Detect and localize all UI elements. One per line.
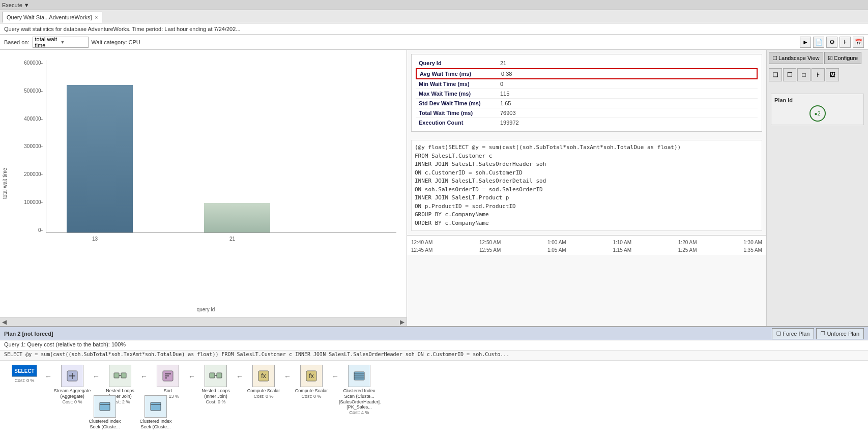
y-tick-5: 500000- [24, 88, 43, 94]
query-line-4: ON c.CustomerID = soh.CustomerID [415, 169, 759, 178]
stream-aggregate-cost: Cost: 0 % [62, 399, 82, 404]
query-sql-bar: SELECT @y = sum(cast((soh.SubTotal*soh.T… [0, 351, 868, 361]
left-panel: total wait time 600000- 500000- 400000- … [0, 50, 407, 326]
query-cost-bar: Query 1: Query cost (relative to the bat… [0, 340, 868, 351]
plan-bar-label: Plan 2 [not forced] [4, 331, 53, 337]
clustered-index-scan-box[interactable] [348, 365, 370, 387]
query-line-7: INNER JOIN SalesLT.Product p [415, 194, 759, 202]
svg-rect-23 [151, 402, 161, 411]
configure-icon: ☑ [828, 55, 833, 62]
chart-inner: 600000- 500000- 400000- 300000- 200000- … [15, 60, 396, 291]
svg-text:fx: fx [261, 372, 266, 379]
clustered-seek-2-box[interactable] [144, 395, 167, 418]
nested-loops-1-box[interactable] [109, 365, 131, 387]
tooltip-avg-wait-row: Avg Wait Time (ms) 0.38 [416, 68, 758, 79]
plan-node-compute-scalar-2[interactable]: fx Compute Scalar Cost: 0 % [291, 365, 332, 399]
settings-icon[interactable]: ⚙ [826, 37, 837, 48]
sort-label: Sort [164, 388, 172, 394]
plan-id-label: Plan Id [774, 97, 860, 103]
nested-loops-2-box[interactable] [205, 365, 227, 387]
calendar-icon[interactable]: 📅 [853, 37, 864, 48]
clustered-seek-1-box[interactable] [94, 395, 116, 418]
tooltip-std-dev-row: Std Dev Wait Time (ms) 1.65 [416, 99, 758, 108]
tooltip-exec-count-row: Execution Count 199972 [416, 118, 758, 127]
main-tab[interactable]: Query Wait Sta...AdventureWorks] × [2, 12, 102, 23]
rt-buttons: ☐ Landscape View ☑ Configure [767, 50, 868, 66]
main-container: Execute ▼ Query Wait Sta...AdventureWork… [0, 0, 868, 438]
plan-node-clustered-seek-2[interactable]: Clustered Index Seek (Cluste... [135, 395, 176, 430]
plan-id-badge: ● 2 [809, 105, 826, 122]
y-axis-text: total wait time [3, 168, 8, 199]
tl-sub-1: 12:45 AM [411, 247, 432, 253]
svg-rect-4 [121, 373, 126, 378]
y-tick-3: 300000- [24, 143, 43, 149]
timeline-labels-top: 12:40 AM 12:50 AM 1:00 AM 1:10 AM 1:20 A… [411, 238, 762, 247]
query-line-10: ORDER BY c.CompanyName [415, 219, 759, 228]
clustered-seek-2-label: Clustered Index Seek (Cluste... [135, 419, 176, 430]
force-plan-label: Force Plan [783, 331, 809, 337]
svg-rect-3 [114, 373, 119, 378]
unforce-plan-label: Unforce Plan [827, 331, 859, 337]
select-node-box[interactable]: SELECT [12, 365, 37, 377]
based-on-value: total wait time [35, 36, 61, 48]
y-tick-6: 600000- [24, 60, 43, 66]
plan-node-compute-scalar-1[interactable]: fx Compute Scalar Cost: 0 % [243, 365, 284, 399]
plan-node-sort[interactable]: Sort Cost: 13 % [148, 365, 188, 399]
toolbar-label: Execute ▼ [2, 2, 30, 8]
x-label-13: 13 [92, 236, 98, 242]
tooltip-max-wait-value: 115 [500, 91, 509, 97]
compute-scalar-1-box[interactable]: fx [252, 365, 275, 387]
rt-icon-5[interactable]: 🖼 [826, 68, 839, 81]
tl-5: 1:20 AM [678, 240, 697, 245]
controls-bar: Based on: total wait time ▼ Wait categor… [0, 35, 868, 50]
y-tick-2: 200000- [24, 171, 43, 177]
nested-loops-2-cost: Cost: 0 % [206, 399, 225, 404]
grid-icon[interactable]: ⊦ [840, 37, 851, 48]
tl-4: 1:10 AM [613, 240, 631, 245]
tl-sub-4: 1:15 AM [613, 247, 631, 253]
compute-scalar-2-cost: Cost: 0 % [301, 394, 321, 399]
unforce-plan-button[interactable]: ❒ Unforce Plan [816, 328, 864, 339]
based-on-dropdown[interactable]: total wait time ▼ [33, 37, 89, 48]
right-toolbar: ☐ Landscape View ☑ Configure ❑ ❒ □ ⊦ 🖼 P… [766, 50, 868, 326]
tab-close-icon[interactable]: × [95, 15, 98, 20]
rt-icon-grid: ❑ ❒ □ ⊦ 🖼 [767, 66, 868, 83]
tab-bar: Query Wait Sta...AdventureWorks] × [0, 10, 868, 23]
rt-icon-2[interactable]: ❒ [783, 68, 796, 81]
bar-query-21[interactable] [204, 203, 270, 232]
x-axis-text: query id [197, 307, 215, 312]
rt-icon-4[interactable]: ⊦ [812, 68, 825, 81]
x-label-21: 21 [229, 236, 235, 242]
plan-node-clustered-index-scan[interactable]: Clustered Index Scan (Cluste...[SalesOrd… [339, 365, 380, 415]
y-ticks: 600000- 500000- 400000- 300000- 200000- … [15, 60, 46, 233]
tooltip-min-wait-label: Min Wait Time (ms) [419, 81, 500, 87]
rt-icon-1[interactable]: ❑ [769, 68, 782, 81]
plan-node-clustered-seek-1[interactable]: Clustered Index Seek (Cluste... [84, 395, 125, 430]
y-tick-1: 100000- [24, 199, 43, 205]
bar-query-13[interactable] [67, 85, 133, 232]
svg-text:fx: fx [309, 372, 313, 379]
query-line-6: ON soh.SalesOrderID = sod.SalesOrderID [415, 186, 759, 194]
tooltip-std-dev-value: 1.65 [500, 100, 511, 106]
plan-node-nested-loops-2[interactable]: Nested Loops(Inner Join) Cost: 0 % [195, 365, 236, 404]
export-icon[interactable]: 📄 [813, 37, 824, 48]
configure-button[interactable]: ☑ Configure [824, 52, 862, 64]
landscape-view-button[interactable]: ☐ Landscape View [769, 52, 823, 64]
query-line-2: FROM SalesLT.Customer c [415, 152, 759, 161]
tooltip-std-dev-label: Std Dev Wait Time (ms) [419, 100, 500, 106]
plan-node-select: SELECT Cost: 0 % [4, 365, 45, 383]
chart-container: 600000- 500000- 400000- 300000- 200000- … [10, 55, 407, 312]
scroll-right-icon[interactable]: ▶ [400, 318, 404, 326]
tl-2: 12:50 AM [479, 240, 501, 245]
force-plan-button[interactable]: ❑ Force Plan [772, 328, 814, 339]
scroll-left-icon[interactable]: ◀ [2, 318, 7, 326]
chart-plot: 13 21 [46, 60, 396, 233]
refresh-icon[interactable]: ► [800, 37, 811, 48]
tooltip-total-wait-label: Total Wait Time (ms) [419, 110, 500, 116]
compute-scalar-2-box[interactable]: fx [300, 365, 323, 387]
rt-icon-3[interactable]: □ [797, 68, 811, 81]
stream-aggregate-box[interactable] [61, 365, 83, 387]
sort-box[interactable] [157, 365, 179, 387]
tl-sub-3: 1:05 AM [547, 247, 566, 253]
chart-scrollbar[interactable]: ◀ ▶ [0, 317, 407, 326]
